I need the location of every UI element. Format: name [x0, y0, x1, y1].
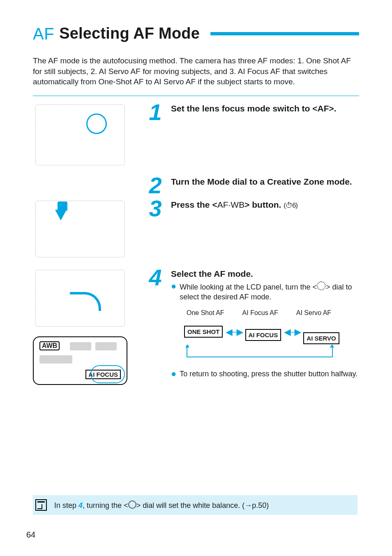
step-number-2: 2 [144, 175, 167, 196]
diagram-label-oneshot: One Shot AF [187, 309, 224, 317]
title-prefix: AF [33, 25, 54, 42]
step-2-body: Turn the Mode dial to a Creative Zone mo… [171, 175, 359, 187]
steps-list: 1 Set the lens focus mode switch to <AF>… [33, 102, 359, 385]
diagram-arrow-icon: ◀─▶ [226, 327, 242, 337]
footnote-step-number: 4 [78, 501, 83, 510]
diagram-label-aiservo: AI Servo AF [296, 309, 331, 317]
note-icon [35, 499, 47, 511]
bullet-icon: ● [171, 369, 176, 379]
step-number-3: 3 [144, 198, 167, 219]
title-accent-bar [210, 32, 359, 35]
lcd-awb-label: AWB [39, 341, 60, 350]
footnote-pre: In step [54, 501, 78, 510]
diagram-label-aifocus: AI Focus AF [242, 309, 278, 317]
diagram-box-aifocus: AI FOCUS [245, 329, 281, 341]
step-1-illustration [33, 102, 140, 168]
step-number-4: 4 [144, 267, 167, 288]
page-title-row: AF Selecting AF Mode [33, 25, 359, 42]
af-wb-label: AF·WB [217, 200, 245, 209]
camera-top-illustration [35, 201, 125, 257]
step-1-body: Set the lens focus mode switch to <AF>. [171, 102, 359, 114]
af-switch-highlight-icon [86, 114, 107, 134]
step-4: AWB AI FOCUS 4 Select the AF mode. ● Whi… [33, 267, 359, 385]
step-4-bullet-1: ● While looking at the LCD panel, turn t… [171, 281, 359, 302]
step-number-1: 1 [144, 102, 167, 123]
page-title: Selecting AF Mode [59, 25, 200, 42]
step-4-illustrations: AWB AI FOCUS [33, 267, 140, 385]
step-2-heading: Turn the Mode dial to a Creative Zone mo… [171, 176, 359, 187]
step-4-heading: Select the AF mode. [171, 268, 359, 279]
lcd-aifocus-highlight-icon [90, 365, 125, 383]
step-4-bullet-2: ● To return to shooting, press the shutt… [171, 369, 359, 379]
quick-dial-icon [128, 500, 136, 509]
diagram-box-oneshot: ONE SHOT [184, 326, 223, 338]
main-dial-icon [317, 281, 326, 290]
footnote-bar: In step 4, turning the <> dial will set … [33, 495, 357, 515]
af-mode-diagram: One Shot AF AI Focus AF AI Servo AF ONE … [184, 309, 359, 357]
manual-page: AF Selecting AF Mode The AF mode is the … [0, 0, 392, 556]
step-3-body: Press the <AF·WB> button. (⏱6) [171, 198, 359, 210]
footnote-text: In step 4, turning the <> dial will set … [54, 500, 269, 510]
footnote-mid: , turning the < [83, 501, 128, 510]
step-3: 3 Press the <AF·WB> button. (⏱6) [33, 198, 359, 260]
step-3-heading-pre: Press the < [171, 200, 217, 209]
step-4-bullet1-pre: While looking at the LCD panel, turn the… [180, 283, 317, 291]
diagram-arrow-icon: ◀─▶ [284, 327, 300, 337]
step-3-heading: Press the <AF·WB> button. (⏱6) [171, 199, 359, 210]
footnote-post: > dial will set the white balance. (→p.5… [136, 501, 269, 510]
step-4-bullet2-text: To return to shooting, press the shutter… [180, 369, 357, 379]
lcd-panel-illustration: AWB AI FOCUS [33, 336, 127, 385]
section-divider [33, 95, 359, 96]
step-4-body: Select the AF mode. ● While looking at t… [171, 267, 359, 379]
diagram-loop-arrow-icon [187, 347, 333, 357]
diagram-box-aiservo: AI SERVO [303, 332, 339, 344]
bullet-icon: ● [171, 281, 176, 302]
timer-note: (⏱6) [284, 202, 297, 209]
press-arrow-icon [58, 202, 67, 211]
step-3-illustration [33, 198, 140, 260]
press-arrow-head-icon [55, 210, 67, 220]
step-2: 2 Turn the Mode dial to a Creative Zone … [33, 175, 359, 196]
camera-lens-illustration [35, 104, 125, 165]
step-1: 1 Set the lens focus mode switch to <AF>… [33, 102, 359, 168]
page-number: 64 [26, 530, 35, 540]
step-1-heading: Set the lens focus mode switch to <AF>. [171, 103, 359, 114]
intro-paragraph: The AF mode is the autofocusing method. … [33, 56, 359, 87]
step-3-heading-post: > button. [244, 200, 281, 209]
